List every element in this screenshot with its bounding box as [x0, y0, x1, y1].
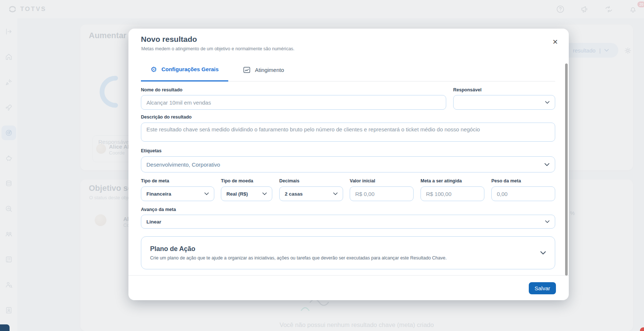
- decimals-label: Decimais: [279, 178, 299, 183]
- name-label: Nome do resultado: [141, 87, 182, 92]
- line-chart-icon: [243, 66, 251, 73]
- progress-type-label: Avanço da meta: [141, 207, 176, 212]
- currency-select[interactable]: Real (R$): [221, 186, 272, 201]
- tags-select[interactable]: Desenvolvimento, Corporativo: [141, 156, 555, 172]
- goal-type-value: Financeira: [146, 191, 171, 197]
- initial-value-label: Valor inicial: [350, 178, 375, 183]
- modal-scrollbar-thumb[interactable]: [565, 63, 568, 276]
- goal-type-label: Tipo de meta: [141, 178, 169, 183]
- tab-atingimento-label: Atingimento: [255, 67, 284, 73]
- weight-label: Peso da meta: [491, 178, 521, 183]
- chevron-down-icon: [545, 101, 550, 104]
- tags-select-value: Desenvolvimento, Corporativo: [146, 161, 220, 168]
- target-value-input[interactable]: [421, 186, 484, 201]
- gear-icon: ⚙: [150, 66, 157, 73]
- result-name-input[interactable]: [141, 95, 446, 110]
- target-label: Meta a ser atingida: [421, 178, 462, 183]
- decimals-value: 2 casas: [285, 191, 303, 197]
- save-button[interactable]: Salvar: [529, 282, 556, 294]
- initial-value-input[interactable]: [350, 186, 414, 201]
- tab-configuracoes-gerais-label: Configurações Gerais: [161, 66, 219, 72]
- goal-type-select[interactable]: Financeira: [141, 186, 214, 201]
- description-label: Descrição do resultado: [141, 114, 192, 120]
- currency-value: Real (R$): [226, 191, 248, 197]
- tab-configuracoes-gerais[interactable]: ⚙ Configurações Gerais: [141, 58, 228, 81]
- close-icon[interactable]: ×: [553, 37, 558, 46]
- chevron-down-icon: [262, 192, 267, 195]
- action-plan-title: Plano de Ação: [150, 245, 447, 253]
- tab-atingimento[interactable]: Atingimento: [233, 58, 294, 81]
- modal-tabs: ⚙ Configurações Gerais Atingimento: [141, 58, 555, 81]
- chevron-down-icon: [544, 163, 550, 166]
- currency-label: Tipo de moeda: [221, 178, 253, 183]
- action-plan-accordion[interactable]: Plano de Ação Crie um plano de ação que …: [141, 236, 555, 269]
- modal-subtitle: Metas medem o atingimento de um objetivo…: [141, 46, 295, 51]
- chevron-down-icon: [204, 192, 209, 195]
- chevron-down-icon: [333, 192, 338, 195]
- owner-select-label: Responsável: [453, 87, 481, 92]
- decimals-select[interactable]: 2 casas: [279, 186, 343, 201]
- bottom-left-widget[interactable]: [0, 324, 10, 331]
- app-stage: TOTVS 20: [0, 0, 644, 331]
- modal-title: Novo resultado: [141, 35, 197, 44]
- action-plan-description: Crie um plano de ação que te ajude a org…: [150, 255, 447, 261]
- weight-input[interactable]: [491, 186, 555, 201]
- progress-type-value: Linear: [146, 219, 161, 225]
- result-description-input[interactable]: [141, 123, 555, 142]
- new-result-modal: Novo resultado Metas medem o atingimento…: [128, 29, 569, 300]
- chevron-down-icon: [540, 251, 546, 255]
- chevron-down-icon: [545, 220, 550, 223]
- modal-footer: Salvar: [128, 275, 569, 300]
- tags-label: Etiquetas: [141, 148, 161, 153]
- progress-type-select[interactable]: Linear: [141, 215, 555, 229]
- owner-select[interactable]: [453, 95, 555, 110]
